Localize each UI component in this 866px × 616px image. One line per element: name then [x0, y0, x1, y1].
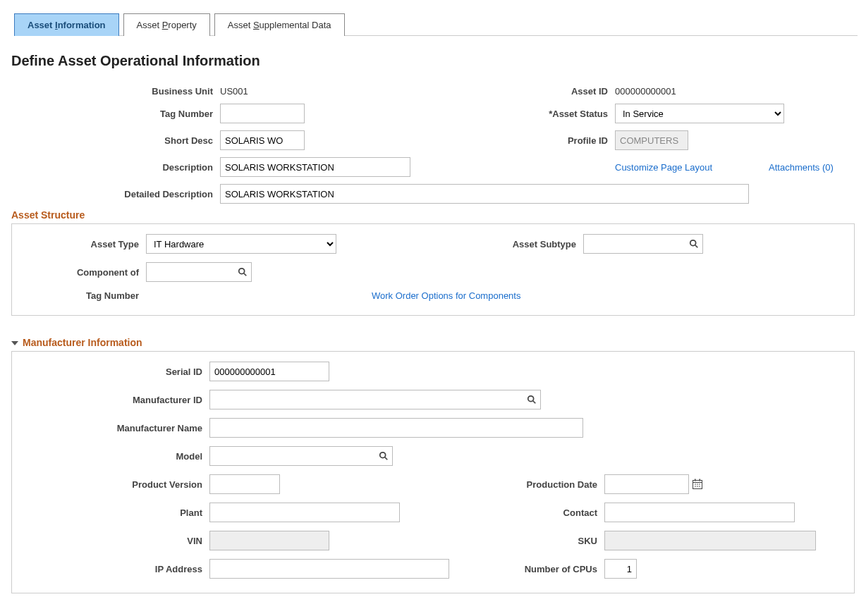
plant-label: Plant: [19, 507, 209, 518]
ip-address-label: IP Address: [19, 564, 209, 574]
asset-type-select[interactable]: IT Hardware: [146, 234, 336, 254]
asset-structure-header: Asset Structure: [11, 209, 858, 221]
search-icon[interactable]: [379, 451, 389, 461]
ip-address-input[interactable]: [209, 559, 449, 579]
collapse-caret-icon[interactable]: [11, 341, 18, 345]
manufacturer-information-box: Serial ID Manufacturer ID Manufacturer N…: [11, 351, 855, 593]
number-of-cpus-label: Number of CPUs: [449, 564, 604, 574]
vin-label: VIN: [19, 536, 209, 546]
svg-point-13: [697, 483, 698, 485]
svg-line-1: [695, 245, 698, 248]
asset-subtype-label: Asset Subtype: [372, 239, 583, 250]
component-of-label: Component of: [19, 267, 146, 278]
serial-id-input[interactable]: [209, 362, 329, 381]
asset-id-label: Asset ID: [474, 86, 615, 97]
production-date-input[interactable]: [604, 474, 689, 494]
svg-point-17: [699, 486, 700, 487]
sku-input: [604, 531, 816, 550]
description-input[interactable]: [220, 157, 410, 177]
description-label: Description: [8, 162, 220, 173]
header-grid: Business Unit US001 Asset ID 00000000000…: [8, 86, 858, 204]
svg-rect-10: [695, 479, 696, 481]
sku-label: SKU: [329, 536, 604, 546]
svg-point-12: [695, 483, 696, 485]
svg-rect-11: [700, 479, 701, 481]
page-title: Define Asset Operational Information: [11, 53, 858, 69]
profile-id-label: Profile ID: [474, 135, 615, 146]
svg-line-5: [533, 401, 536, 404]
production-date-label: Production Date: [280, 479, 604, 490]
plant-input[interactable]: [209, 503, 400, 522]
serial-id-label: Serial ID: [19, 366, 209, 377]
manufacturer-name-label: Manufacturer Name: [19, 423, 209, 433]
search-icon[interactable]: [238, 267, 248, 277]
asset-structure-box: Asset Type IT Hardware Asset Subtype Com…: [11, 223, 855, 316]
asset-status-select[interactable]: In Service: [615, 104, 784, 123]
search-icon[interactable]: [527, 395, 537, 405]
svg-point-4: [528, 396, 534, 402]
asset-subtype-input[interactable]: [583, 234, 703, 254]
customize-page-layout-link[interactable]: Customize Page Layout: [615, 162, 712, 173]
svg-point-16: [697, 486, 698, 487]
attachments-link[interactable]: Attachments (0): [769, 162, 834, 173]
asset-id-value: 000000000001: [615, 86, 841, 97]
manufacturer-id-label: Manufacturer ID: [19, 395, 209, 405]
manufacturer-id-input[interactable]: [209, 390, 541, 409]
short-desc-label: Short Desc: [8, 135, 220, 146]
component-of-input[interactable]: [146, 262, 252, 282]
business-unit-label: Business Unit: [8, 86, 220, 97]
svg-point-2: [239, 269, 245, 274]
vin-input: [209, 531, 329, 550]
contact-input[interactable]: [604, 503, 795, 522]
tag-number-input[interactable]: [220, 104, 305, 123]
structure-tag-number-label: Tag Number: [19, 290, 146, 301]
svg-point-6: [380, 452, 386, 458]
product-version-input[interactable]: [209, 474, 280, 494]
product-version-label: Product Version: [19, 479, 209, 490]
calendar-icon[interactable]: [692, 479, 703, 490]
asset-status-label: *Asset Status: [474, 109, 615, 119]
svg-point-0: [690, 240, 696, 246]
manufacturer-name-input[interactable]: [209, 418, 583, 438]
search-icon[interactable]: [689, 239, 699, 249]
svg-line-3: [244, 273, 247, 276]
model-label: Model: [19, 451, 209, 462]
tab-asset-information[interactable]: Asset Information: [14, 13, 119, 36]
contact-label: Contact: [400, 507, 604, 518]
tab-asset-property[interactable]: Asset Property: [123, 13, 210, 36]
business-unit-value: US001: [220, 86, 474, 97]
tab-bar: Asset Information Asset Property Asset S…: [14, 13, 858, 36]
svg-point-15: [695, 486, 696, 487]
model-input[interactable]: [209, 446, 393, 466]
manufacturer-information-header[interactable]: Manufacturer Information: [11, 337, 858, 348]
profile-id-input: [615, 130, 688, 150]
svg-point-14: [699, 483, 700, 485]
short-desc-input[interactable]: [220, 130, 305, 150]
number-of-cpus-input[interactable]: [604, 559, 637, 579]
tag-number-label: Tag Number: [8, 109, 220, 119]
tab-asset-supplemental-data[interactable]: Asset Supplemental Data: [214, 13, 345, 36]
detailed-description-label: Detailed Description: [8, 189, 220, 199]
asset-type-label: Asset Type: [19, 239, 146, 250]
work-order-options-link[interactable]: Work Order Options for Components: [372, 290, 520, 301]
detailed-description-input[interactable]: [220, 184, 749, 204]
svg-line-7: [385, 457, 388, 460]
